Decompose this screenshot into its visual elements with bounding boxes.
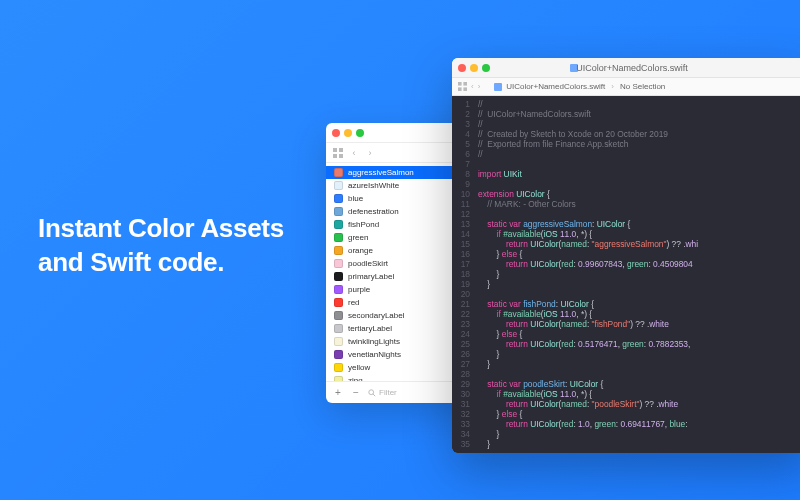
line-number: 23 (452, 319, 470, 329)
code-line[interactable]: return UIColor(red: 0.5176471, green: 0.… (478, 339, 698, 349)
code-line[interactable]: import UIKit (478, 169, 698, 179)
code-line[interactable]: return UIColor(red: 0.99607843, green: 0… (478, 259, 698, 269)
code-line[interactable]: } (478, 439, 698, 449)
back-icon[interactable]: ‹ (471, 82, 474, 91)
line-number: 2 (452, 109, 470, 119)
code-line[interactable]: } else { (478, 329, 698, 339)
close-icon[interactable] (332, 129, 340, 137)
code-line[interactable]: // Created by Sketch to Xcode on 20 Octo… (478, 129, 698, 139)
forward-icon[interactable]: › (364, 147, 376, 159)
close-icon[interactable] (458, 64, 466, 72)
code-line[interactable]: } (478, 359, 698, 369)
svg-rect-7 (463, 82, 467, 86)
color-label: primaryLabel (348, 272, 394, 281)
line-number: 32 (452, 409, 470, 419)
code-line[interactable]: return UIColor(named: "aggressiveSalmon"… (478, 239, 698, 249)
code-line[interactable]: if #available(iOS 11.0, *) { (478, 229, 698, 239)
code-line[interactable]: } (478, 349, 698, 359)
code-editor[interactable]: 1234567891011121314151617181920212223242… (452, 96, 800, 453)
color-swatch (334, 298, 343, 307)
code-line[interactable]: // (478, 99, 698, 109)
line-number: 12 (452, 209, 470, 219)
line-number: 28 (452, 369, 470, 379)
color-swatch (334, 246, 343, 255)
code-line[interactable] (478, 209, 698, 219)
grid-icon[interactable] (332, 147, 344, 159)
color-label: tertiaryLabel (348, 324, 392, 333)
line-number: 13 (452, 219, 470, 229)
code-line[interactable]: // UIColor+NamedColors.swift (478, 109, 698, 119)
minimize-icon[interactable] (470, 64, 478, 72)
code-line[interactable]: // MARK: - Other Colors (478, 199, 698, 209)
code-line[interactable]: return UIColor(named: "fishPond") ?? .wh… (478, 319, 698, 329)
code-line[interactable]: // Exported from file Finance App.sketch (478, 139, 698, 149)
code-line[interactable]: if #available(iOS 11.0, *) { (478, 309, 698, 319)
color-swatch (334, 259, 343, 268)
line-number: 7 (452, 159, 470, 169)
code-line[interactable] (478, 159, 698, 169)
add-button[interactable]: + (332, 387, 344, 399)
back-icon[interactable]: ‹ (348, 147, 360, 159)
code-content[interactable]: //// UIColor+NamedColors.swift//// Creat… (474, 96, 698, 453)
color-label: poodleSkirt (348, 259, 388, 268)
code-line[interactable]: extension UIColor { (478, 189, 698, 199)
line-number: 26 (452, 349, 470, 359)
code-line[interactable] (478, 369, 698, 379)
filter-placeholder: Filter (379, 388, 397, 397)
color-swatch (334, 324, 343, 333)
code-line[interactable]: static var fishPond: UIColor { (478, 299, 698, 309)
color-label: venetianNights (348, 350, 401, 359)
breadcrumb-selection[interactable]: No Selection (620, 82, 665, 91)
code-line[interactable]: } (478, 429, 698, 439)
color-swatch (334, 181, 343, 190)
line-number: 15 (452, 239, 470, 249)
line-number: 21 (452, 299, 470, 309)
color-label: secondaryLabel (348, 311, 404, 320)
swift-file-icon (570, 64, 578, 72)
line-number: 22 (452, 309, 470, 319)
svg-rect-8 (458, 87, 462, 91)
line-gutter: 1234567891011121314151617181920212223242… (452, 96, 474, 453)
code-line[interactable]: } (478, 279, 698, 289)
forward-icon[interactable]: › (478, 82, 481, 91)
color-swatch (334, 363, 343, 372)
code-line[interactable] (478, 289, 698, 299)
code-line[interactable]: static var poodleSkirt: UIColor { (478, 379, 698, 389)
svg-rect-9 (463, 87, 467, 91)
line-number: 1 (452, 99, 470, 109)
code-line[interactable]: // (478, 119, 698, 129)
color-label: green (348, 233, 368, 242)
code-line[interactable]: return UIColor(red: 1.0, green: 0.694117… (478, 419, 698, 429)
remove-button[interactable]: − (350, 387, 362, 399)
code-line[interactable]: } (478, 269, 698, 279)
color-swatch (334, 207, 343, 216)
code-line[interactable]: } else { (478, 409, 698, 419)
jump-bar[interactable]: ‹ › UIColor+NamedColors.swift › No Selec… (452, 78, 800, 96)
color-label: aggressiveSalmon (348, 168, 414, 177)
color-swatch (334, 311, 343, 320)
breadcrumb-file[interactable]: UIColor+NamedColors.swift (506, 82, 605, 91)
code-line[interactable] (478, 179, 698, 189)
svg-line-5 (373, 393, 375, 395)
color-swatch (334, 285, 343, 294)
line-number: 31 (452, 399, 470, 409)
minimize-icon[interactable] (344, 129, 352, 137)
headline: Instant Color Assets and Swift code. (38, 212, 323, 280)
grid-icon[interactable] (458, 82, 467, 91)
line-number: 29 (452, 379, 470, 389)
line-number: 34 (452, 429, 470, 439)
code-line[interactable]: if #available(iOS 11.0, *) { (478, 389, 698, 399)
zoom-icon[interactable] (482, 64, 490, 72)
code-line[interactable]: return UIColor(named: "poodleSkirt") ?? … (478, 399, 698, 409)
code-line[interactable]: // (478, 149, 698, 159)
svg-point-4 (369, 389, 374, 394)
code-line[interactable]: } else { (478, 249, 698, 259)
line-number: 30 (452, 389, 470, 399)
line-number: 27 (452, 359, 470, 369)
code-line[interactable]: static var aggressiveSalmon: UIColor { (478, 219, 698, 229)
color-label: red (348, 298, 360, 307)
line-number: 19 (452, 279, 470, 289)
line-number: 4 (452, 129, 470, 139)
zoom-icon[interactable] (356, 129, 364, 137)
code-titlebar[interactable]: UIColor+NamedColors.swift (452, 58, 800, 78)
